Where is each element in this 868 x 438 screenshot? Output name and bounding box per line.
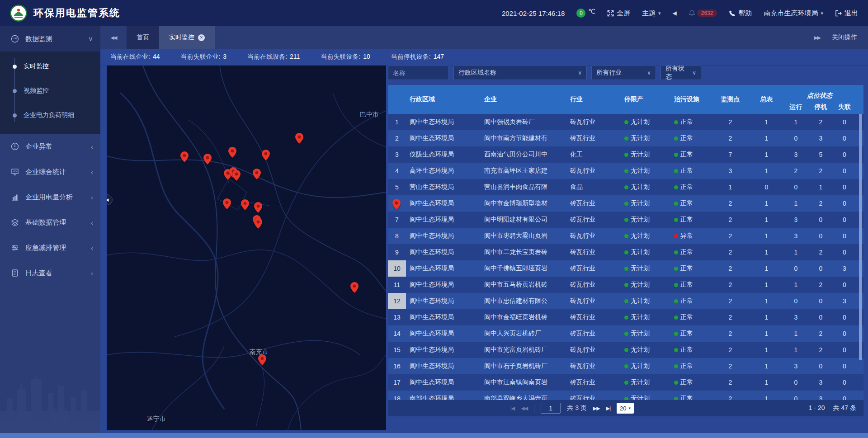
sidebar-item-data-monitoring[interactable]: 数据监测 ∨ bbox=[0, 26, 100, 52]
status-filter-select[interactable]: 所有状态 ∨ bbox=[660, 66, 701, 80]
sidebar-item-emergency-reduction[interactable]: 应急减排管理 ‹ bbox=[0, 235, 100, 260]
row-stop-status: 无计划 bbox=[621, 216, 670, 224]
sidebar-item-company-abnormal[interactable]: 企业异常 ‹ bbox=[0, 134, 100, 159]
sidebar-item-label: 企业用电量分析 bbox=[25, 193, 73, 202]
table-row[interactable]: 8 阆中生态环境局 阆中市枣碧大梁山页岩 砖瓦行业 无计划 异常 2 bbox=[388, 228, 863, 244]
tab-close-icon[interactable]: ✕ bbox=[198, 34, 205, 41]
row-company: 阆中强锐页岩砖厂 bbox=[481, 118, 566, 126]
map-pin[interactable] bbox=[254, 218, 262, 229]
table-row[interactable]: 15 阆中生态环境局 阆中市光富页岩机砖厂 砖瓦行业 无计划 正常 2 bbox=[388, 342, 863, 358]
table-row[interactable]: 17 阆中生态环境局 阆中市江南镇阆南页岩 砖瓦行业 无计划 正常 2 bbox=[388, 374, 863, 391]
table-row[interactable]: 14 阆中生态环境局 阆中大兴页岩机砖厂 砖瓦行业 无计划 正常 2 bbox=[388, 325, 863, 342]
row-industry: 砖瓦行业 bbox=[566, 232, 621, 240]
filter-bar: 行政区域名称 ∨ 所有行业 ∨ 所有状态 ∨ bbox=[388, 66, 863, 81]
row-halt-count: 0 bbox=[808, 216, 833, 223]
board-chart-icon bbox=[11, 168, 19, 176]
horizontal-scrollbar[interactable] bbox=[0, 433, 868, 438]
table-row[interactable]: 12 阆中生态环境局 阆中市忠信建材有限公 砖瓦行业 无计划 正常 2 bbox=[388, 293, 863, 309]
fullscreen-button[interactable]: 全屏 bbox=[607, 9, 630, 18]
last-page-button[interactable]: ▶| bbox=[606, 405, 610, 411]
map-pin[interactable] bbox=[228, 147, 236, 158]
first-page-button[interactable]: |◀ bbox=[510, 405, 514, 411]
temperature-unit: ℃ bbox=[588, 8, 595, 15]
caret-down-icon: ▾ bbox=[658, 10, 661, 16]
temperature-value: 0 bbox=[576, 9, 585, 18]
pagination-summary: 1 - 20 共 47 条 bbox=[809, 404, 856, 412]
stat-value: 211 bbox=[290, 53, 300, 61]
table-row[interactable]: 16 阆中生态环境局 阆中市石子页岩机砖厂 砖瓦行业 无计划 正常 2 bbox=[388, 358, 863, 374]
tabs-scroll-left-button[interactable]: ◀◀ bbox=[100, 26, 127, 49]
stray-map-pin[interactable] bbox=[392, 199, 401, 210]
table-row[interactable]: 10 阆中生态环境局 阆中千佛镇五郎垭页岩 砖瓦行业 无计划 正常 2 bbox=[388, 260, 863, 277]
sidebar-item-base-data[interactable]: 基础数据管理 ‹ bbox=[0, 210, 100, 235]
notification-bell[interactable]: 2632 bbox=[689, 9, 717, 17]
row-stop-status: 无计划 bbox=[621, 199, 670, 207]
map-pin[interactable] bbox=[295, 133, 303, 144]
pagination-divider bbox=[534, 405, 534, 412]
row-run-count: 2 bbox=[783, 167, 808, 174]
table-row[interactable]: 4 高坪生态环境局 南充市高坪区王家店建 砖瓦行业 无计划 正常 3 bbox=[388, 163, 863, 179]
row-facility-status: 正常 bbox=[670, 248, 711, 256]
sidebar-item-company-statistics[interactable]: 企业综合统计 ‹ bbox=[0, 159, 100, 184]
prev-page-button[interactable]: ◀◀ bbox=[521, 405, 528, 411]
row-stop-status: 无计划 bbox=[621, 118, 670, 126]
table-row[interactable]: 5 营山生态环境局 营山县润丰肉食品有限 食品 无计划 正常 1 bbox=[388, 179, 863, 195]
row-run-count: 1 bbox=[783, 330, 808, 337]
page-size-select[interactable]: 20 ▾ bbox=[617, 403, 634, 414]
tabs-scroll-right-button[interactable]: ▶▶ bbox=[814, 35, 820, 41]
status-dot bbox=[674, 381, 678, 385]
table-row[interactable]: 2 阆中生态环境局 阆中市南方节能建材有 砖瓦行业 无计划 正常 2 bbox=[388, 130, 863, 146]
next-page-button[interactable]: ▶▶ bbox=[593, 405, 600, 411]
status-dot bbox=[624, 283, 628, 287]
page-number-input[interactable] bbox=[541, 403, 561, 414]
map-pin[interactable] bbox=[203, 154, 212, 165]
row-company: 阆中市光富页岩机砖厂 bbox=[481, 346, 566, 354]
sidebar-item-power-analysis[interactable]: 企业用电量分析 ‹ bbox=[0, 184, 100, 210]
table-row[interactable]: 3 仪陇生态环境局 西南油气田分公司川中 化工 无计划 正常 7 bbox=[388, 146, 863, 163]
name-filter-input[interactable] bbox=[388, 66, 449, 80]
row-halt-count: 5 bbox=[808, 151, 833, 158]
row-index: 12 bbox=[388, 293, 406, 309]
table-row[interactable]: 6 阆中生态环境局 阆中市金博瑞新型墙材 砖瓦行业 无计划 正常 2 bbox=[388, 195, 863, 212]
map-pin[interactable] bbox=[180, 151, 189, 162]
tab-home[interactable]: 首页 bbox=[127, 26, 159, 49]
table-row[interactable]: 11 阆中生态环境局 阆中市五马桥页岩机砖 砖瓦行业 无计划 正常 2 bbox=[388, 277, 863, 293]
map-pin[interactable] bbox=[253, 169, 261, 179]
table-row[interactable]: 9 阆中生态环境局 阆中市二龙长宝页岩砖 砖瓦行业 无计划 正常 2 bbox=[388, 244, 863, 260]
map-pin[interactable] bbox=[258, 354, 266, 365]
map-pin[interactable] bbox=[241, 199, 249, 210]
industry-filter-select[interactable]: 所有行业 ∨ bbox=[591, 66, 656, 80]
table-row[interactable]: 13 阆中生态环境局 阆中市金福旺页岩机砖 砖瓦行业 无计划 正常 2 bbox=[388, 309, 863, 325]
sidebar-item-realtime-monitoring[interactable]: 实时监控 bbox=[0, 54, 100, 79]
row-run-count: 3 bbox=[783, 232, 808, 240]
sidebar-item-log-view[interactable]: 日志查看 ‹ bbox=[0, 260, 100, 286]
map-panel[interactable]: 巴中市 南充市 遂宁市 bbox=[107, 66, 386, 430]
column-group-point-status: 点位状态 bbox=[783, 85, 856, 100]
table-vertical-scrollbar[interactable] bbox=[859, 114, 862, 360]
map-pin[interactable] bbox=[223, 198, 231, 209]
row-lost-count: 0 bbox=[833, 151, 856, 158]
map-pin[interactable] bbox=[232, 170, 241, 181]
row-monitor-count: 2 bbox=[711, 118, 750, 126]
theme-dropdown[interactable]: 主题 ▾ bbox=[642, 9, 661, 18]
table-row[interactable]: 18 南部生态环境局 南部县双峰乡大冯寺页 砖瓦行业 无计划 正常 2 bbox=[388, 391, 863, 400]
horizontal-scrollbar-thumb[interactable] bbox=[0, 433, 868, 438]
close-operations-button[interactable]: 关闭操作 bbox=[832, 33, 857, 42]
sidebar-item-power-load-detail[interactable]: 企业电力负荷明细 bbox=[0, 103, 100, 127]
logout-button[interactable]: 退出 bbox=[835, 9, 858, 18]
sound-toggle[interactable]: ◀ bbox=[673, 10, 677, 16]
table-row[interactable]: 7 阆中生态环境局 阆中明阳建材有限公司 砖瓦行业 无计划 正常 2 bbox=[388, 212, 863, 228]
table-row[interactable]: 1 阆中生态环境局 阆中强锐页岩砖厂 砖瓦行业 无计划 正常 2 bbox=[388, 114, 863, 130]
region-filter-select[interactable]: 行政区域名称 ∨ bbox=[453, 66, 587, 80]
row-monitor-count: 2 bbox=[711, 363, 750, 370]
tab-realtime-monitoring[interactable]: 实时监控 ✕ bbox=[159, 26, 215, 49]
row-monitor-count: 7 bbox=[711, 151, 750, 158]
sidebar-item-video-monitoring[interactable]: 视频监控 bbox=[0, 79, 100, 103]
map-pin[interactable] bbox=[254, 202, 262, 213]
help-button[interactable]: 帮助 bbox=[729, 9, 752, 18]
row-company: 营山县润丰肉食品有限 bbox=[481, 183, 566, 191]
org-dropdown[interactable]: 南充市生态环境局 ▾ bbox=[764, 9, 823, 18]
map-pin[interactable] bbox=[350, 282, 359, 293]
row-lost-count: 0 bbox=[833, 232, 856, 240]
map-pin[interactable] bbox=[262, 150, 270, 160]
